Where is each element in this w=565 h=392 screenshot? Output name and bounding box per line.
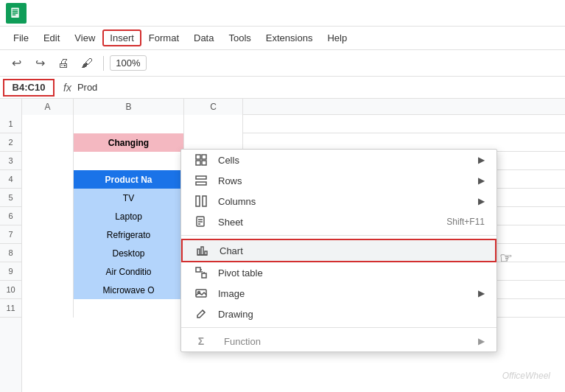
row-num-8: 8 <box>0 244 21 262</box>
row-num-2: 2 <box>0 133 21 152</box>
table-row: Desktop <box>22 244 565 262</box>
cell-a11[interactable] <box>22 299 74 318</box>
table-row <box>22 299 565 318</box>
table-row: Changing <box>22 133 565 152</box>
row-numbers: 1 2 3 4 5 6 7 8 9 10 11 <box>0 115 22 392</box>
svg-rect-1 <box>13 9 18 10</box>
svg-rect-2 <box>13 11 18 13</box>
row-num-5: 5 <box>0 189 21 207</box>
cell-a7[interactable] <box>22 225 74 244</box>
print-button[interactable]: 🖨 <box>53 53 74 74</box>
cell-c7[interactable] <box>184 225 243 244</box>
zoom-display[interactable]: 100% <box>110 55 147 71</box>
menu-bar: File Edit View Insert Format Data Tools … <box>0 27 565 50</box>
menu-edit[interactable]: Edit <box>36 29 67 46</box>
cell-b8[interactable]: Desktop <box>74 244 184 262</box>
column-headers: A B C <box>0 99 565 115</box>
sheets-icon <box>6 3 27 24</box>
cell-a8[interactable] <box>22 244 74 262</box>
table-row <box>22 152 565 170</box>
cell-a6[interactable] <box>22 207 74 225</box>
cell-a3[interactable] <box>22 152 74 170</box>
cell-b11[interactable] <box>74 299 184 318</box>
svg-rect-4 <box>13 14 16 15</box>
menu-tools[interactable]: Tools <box>221 29 258 46</box>
cell-a4[interactable] <box>22 170 74 189</box>
row-num-1: 1 <box>0 115 21 133</box>
table-row: Refrigerato <box>22 225 565 244</box>
cell-c4[interactable] <box>184 170 243 189</box>
cell-a1[interactable] <box>22 115 74 133</box>
cell-b6[interactable]: Laptop <box>74 207 184 225</box>
formula-bar: B4:C10 fx Prod <box>0 77 565 99</box>
menu-view[interactable]: View <box>67 29 102 46</box>
cell-b7[interactable]: Refrigerato <box>74 225 184 244</box>
menu-data[interactable]: Data <box>186 29 221 46</box>
cell-c3[interactable] <box>184 152 243 170</box>
menu-insert[interactable]: Insert <box>102 29 141 46</box>
row-num-6: 6 <box>0 207 21 225</box>
svg-rect-3 <box>13 13 18 14</box>
row-num-9: 9 <box>0 262 21 281</box>
cell-b1[interactable] <box>74 115 184 133</box>
cell-reference-box[interactable]: B4:C10 <box>3 79 55 97</box>
corner-cell <box>0 99 22 115</box>
redo-button[interactable]: ↪ <box>29 53 50 74</box>
table-row: Microwave O <box>22 281 565 299</box>
cell-c1[interactable] <box>184 115 243 133</box>
cell-c11[interactable] <box>184 299 243 318</box>
cell-b4[interactable]: Product Na <box>74 170 184 189</box>
row-num-4: 4 <box>0 170 21 189</box>
undo-button[interactable]: ↩ <box>6 53 27 74</box>
cell-c10[interactable] <box>184 281 243 299</box>
menu-help[interactable]: Help <box>320 29 354 46</box>
watermark-text: OfficeWheel <box>502 371 550 381</box>
table-row: TV <box>22 189 565 207</box>
cell-a10[interactable] <box>22 281 74 299</box>
watermark: OfficeWheel <box>502 371 550 381</box>
top-bar <box>0 0 565 27</box>
paint-format-button[interactable]: 🖌 <box>77 53 97 74</box>
cell-b3[interactable] <box>74 152 184 170</box>
row-num-3: 3 <box>0 152 21 170</box>
row-num-10: 10 <box>0 281 21 299</box>
menu-file[interactable]: File <box>6 29 36 46</box>
spreadsheet-area: A B C 1 2 3 4 5 6 7 8 9 10 11 <box>0 99 565 392</box>
cell-c6[interactable] <box>184 207 243 225</box>
toolbar-separator <box>103 56 104 71</box>
zoom-unit: % <box>132 57 141 69</box>
table-row: Laptop <box>22 207 565 225</box>
col-header-a: A <box>22 99 74 115</box>
cell-c2[interactable] <box>184 133 243 152</box>
row-num-7: 7 <box>0 225 21 244</box>
cell-b2[interactable]: Changing <box>74 133 184 152</box>
table-row: Product Na <box>22 170 565 189</box>
menu-format[interactable]: Format <box>141 29 186 46</box>
col-header-b: B <box>74 99 184 115</box>
toolbar: ↩ ↪ 🖨 🖌 100% <box>0 50 565 77</box>
grid-body: 1 2 3 4 5 6 7 8 9 10 11 Changing <box>0 115 565 392</box>
cell-a2[interactable] <box>22 133 74 152</box>
zoom-value: 100 <box>116 57 132 69</box>
cell-a9[interactable] <box>22 262 74 281</box>
cell-b10[interactable]: Microwave O <box>74 281 184 299</box>
fx-icon: fx <box>57 82 77 94</box>
col-header-c: C <box>184 99 243 115</box>
table-row <box>22 115 565 133</box>
cell-a5[interactable] <box>22 189 74 207</box>
cell-c9[interactable] <box>184 262 243 281</box>
cell-b9[interactable]: Air Conditio <box>74 262 184 281</box>
grid-columns: Changing Product Na TV <box>22 115 565 392</box>
formula-content: Prod <box>77 82 97 93</box>
menu-extensions[interactable]: Extensions <box>259 29 320 46</box>
cell-b5[interactable]: TV <box>74 189 184 207</box>
cell-c5[interactable] <box>184 189 243 207</box>
cell-c8[interactable] <box>184 244 243 262</box>
row-num-11: 11 <box>0 299 21 318</box>
table-row: Air Conditio <box>22 262 565 281</box>
